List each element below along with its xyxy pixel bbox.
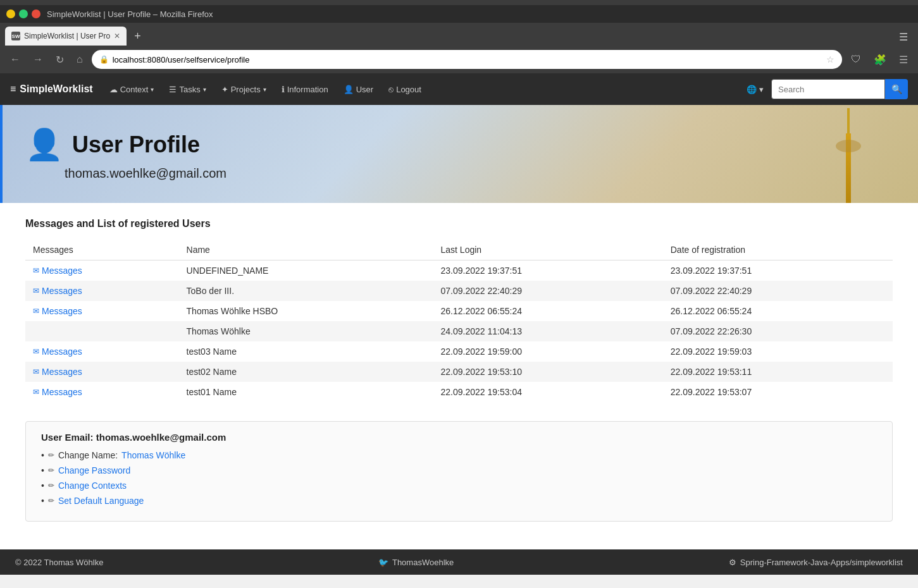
brand[interactable]: ≡ SimpleWorklist: [10, 83, 93, 95]
language-btn[interactable]: 🌐 ▾: [741, 82, 769, 97]
bookmark-icon[interactable]: ☆: [826, 54, 834, 64]
message-link[interactable]: ✉Messages: [33, 286, 171, 296]
action-link-3[interactable]: Set Default Language: [58, 496, 144, 506]
edit-icon: ✏: [48, 481, 54, 490]
home-btn[interactable]: ⌂: [73, 51, 87, 68]
table-row: ✉Messagestest03 Name22.09.2022 19:59:002…: [25, 341, 893, 362]
user-action-item: ✏Change Password: [41, 465, 877, 475]
search-wrap: 🔍: [771, 79, 908, 99]
hero: 👤 User Profile thomas.woehlke@gmail.com: [0, 105, 918, 203]
message-link[interactable]: ✉Messages: [33, 346, 171, 357]
tab-bar-right: ☰: [894, 28, 913, 46]
user-info-box: User Email: thomas.woehlke@gmail.com ✏Ch…: [25, 421, 893, 522]
footer-twitter: 🐦 ThomasWoehlke: [378, 558, 454, 567]
nav-context[interactable]: ☁ Context ▾: [103, 81, 161, 98]
main-content: Messages and List of registered Users Me…: [0, 203, 918, 549]
action-link-0[interactable]: Thomas Wöhlke: [121, 450, 185, 460]
tab-close-btn[interactable]: ✕: [114, 32, 120, 40]
messages-cell: ✉Messages: [25, 341, 179, 362]
messages-cell: [25, 321, 179, 341]
globe-icon: 🌐: [747, 85, 757, 94]
user-actions-list: ✏Change Name: Thomas Wöhlke✏Change Passw…: [41, 450, 877, 506]
footer-github: ⚙ Spring-Framework-Java-Apps/simpleworkl…: [729, 558, 903, 567]
messages-cell: ✉Messages: [25, 301, 179, 321]
window-title: SimpleWorklist | User Profile – Mozilla …: [47, 9, 213, 19]
user-action-item: ✏Set Default Language: [41, 496, 877, 506]
table-row: ✉MessagesUNDEFINED_NAME23.09.2022 19:37:…: [25, 260, 893, 281]
twitter-handle: ThomasWoehlke: [392, 558, 454, 567]
footer-copyright: © 2022 Thomas Wöhlke: [15, 558, 103, 567]
envelope-icon: ✉: [33, 367, 39, 376]
table-row: ✉MessagesToBo der III.07.09.2022 22:40:2…: [25, 281, 893, 301]
shield-btn[interactable]: 🛡: [847, 52, 865, 66]
hero-content: 👤 User Profile thomas.woehlke@gmail.com: [25, 127, 226, 181]
user-email: thomas.woehlke@gmail.com: [96, 432, 226, 443]
nav-information[interactable]: ℹ Information: [275, 81, 335, 98]
user-action-item: ✏Change Contexts: [41, 481, 877, 491]
date-reg-cell: 26.12.2022 06:55:24: [663, 301, 893, 321]
name-cell: Thomas Wöhlke HSBO: [179, 301, 433, 321]
github-label: Spring-Framework-Java-Apps/simpleworklis…: [740, 558, 903, 567]
nav-user[interactable]: 👤 User: [337, 81, 380, 98]
maximize-btn[interactable]: [19, 9, 28, 18]
info-icon: ℹ: [282, 85, 285, 94]
search-icon: 🔍: [891, 84, 902, 94]
projects-caret: ▾: [263, 86, 266, 93]
tasks-caret: ▾: [203, 86, 206, 93]
name-cell: test02 Name: [179, 362, 433, 382]
footer: © 2022 Thomas Wöhlke 🐦 ThomasWoehlke ⚙ S…: [0, 549, 918, 575]
edit-icon: ✏: [48, 451, 54, 460]
address-input-wrap[interactable]: 🔒 ☆: [92, 50, 842, 69]
minimize-btn[interactable]: [6, 9, 15, 18]
refresh-btn[interactable]: ↻: [52, 51, 68, 68]
date-reg-cell: 22.09.2022 19:53:11: [663, 362, 893, 382]
app-navbar: ≡ SimpleWorklist ☁ Context ▾ ☰ Tasks ▾ ✦…: [0, 73, 918, 105]
projects-icon: ✦: [221, 85, 228, 94]
hero-subtitle: thomas.woehlke@gmail.com: [65, 166, 226, 181]
tower-shape: [846, 133, 851, 203]
col-header-last-login: Last Login: [433, 240, 663, 260]
back-btn[interactable]: ←: [6, 51, 24, 68]
close-btn[interactable]: [32, 9, 40, 18]
nav-logout[interactable]: ⎋ Logout: [382, 81, 428, 98]
hero-title-row: 👤 User Profile: [25, 127, 226, 162]
list-icon: ☰: [169, 85, 177, 94]
table-row: Thomas Wöhlke24.09.2022 11:04:1307.09.20…: [25, 321, 893, 341]
logout-icon: ⎋: [388, 85, 394, 94]
message-link[interactable]: ✉Messages: [33, 387, 171, 397]
nav-projects[interactable]: ✦ Projects ▾: [215, 81, 273, 98]
action-link-1[interactable]: Change Password: [58, 465, 130, 475]
tab-title: SimpleWorklist | User Pro: [24, 32, 110, 40]
window-controls: [6, 9, 40, 18]
col-header-date-reg: Date of registration: [663, 240, 893, 260]
context-caret: ▾: [151, 86, 154, 93]
action-link-2[interactable]: Change Contexts: [58, 481, 127, 491]
message-link[interactable]: ✉Messages: [33, 367, 171, 377]
date-reg-cell: 22.09.2022 19:53:07: [663, 382, 893, 402]
browser-tab[interactable]: SW SimpleWorklist | User Pro ✕: [5, 27, 127, 46]
user-email-title: User Email: thomas.woehlke@gmail.com: [41, 432, 877, 443]
hero-title: User Profile: [72, 132, 200, 158]
tab-menu-btn[interactable]: ☰: [894, 28, 913, 46]
date-reg-cell: 07.09.2022 22:26:30: [663, 321, 893, 341]
nav-tasks[interactable]: ☰ Tasks ▾: [163, 81, 212, 98]
message-link[interactable]: ✉Messages: [33, 266, 171, 276]
new-tab-btn[interactable]: +: [132, 27, 144, 46]
search-btn[interactable]: 🔍: [885, 79, 908, 99]
hamburger-btn[interactable]: ☰: [895, 52, 912, 67]
users-table: Messages Name Last Login Date of registr…: [25, 240, 893, 402]
name-cell: Thomas Wöhlke: [179, 321, 433, 341]
last-login-cell: 22.09.2022 19:53:10: [433, 362, 663, 382]
date-reg-cell: 07.09.2022 22:40:29: [663, 281, 893, 301]
search-input[interactable]: [771, 79, 885, 99]
hero-user-icon: 👤: [25, 127, 63, 162]
edit-icon: ✏: [48, 496, 54, 505]
address-input[interactable]: [113, 55, 822, 64]
extensions-btn[interactable]: 🧩: [870, 52, 890, 67]
twitter-icon: 🐦: [378, 558, 388, 567]
forward-btn[interactable]: →: [29, 51, 47, 68]
message-link[interactable]: ✉Messages: [33, 306, 171, 316]
table-row: ✉MessagesThomas Wöhlke HSBO26.12.2022 06…: [25, 301, 893, 321]
last-login-cell: 26.12.2022 06:55:24: [433, 301, 663, 321]
title-bar: SimpleWorklist | User Profile – Mozilla …: [0, 5, 918, 23]
